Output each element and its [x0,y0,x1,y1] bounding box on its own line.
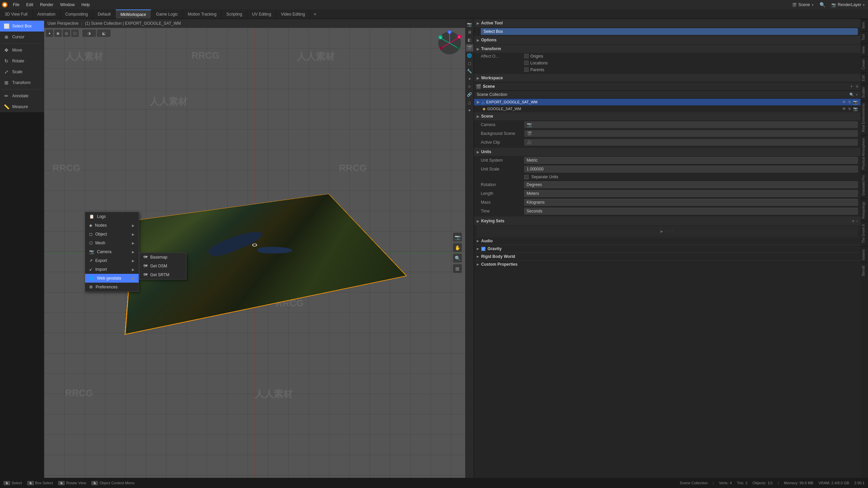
filter-icon[interactable]: ≡ [855,83,859,89]
shading-wireframe-icon[interactable]: ⬡ [71,29,79,37]
ctx-nodes[interactable]: ◈ Nodes ▶ [85,221,139,230]
submenu-get-srtm[interactable]: 🗺 Get SRTM [139,270,186,279]
data-props-icon[interactable]: △ [466,99,473,106]
tool-cursor[interactable]: ⊕ Cursor [0,32,44,42]
ctx-preferences[interactable]: ⚙ Preferences [85,283,139,291]
rotation-dropdown[interactable]: Degrees [524,181,858,188]
ws-tab-game-logic[interactable]: Game Logic [151,9,183,19]
selectable-icon[interactable]: 🖱 [848,100,851,104]
ctx-import[interactable]: ↙ Import ▶ [85,265,139,274]
menu-help[interactable]: Help [78,1,93,8]
tool-scale[interactable]: ⤢ Scale [0,66,44,77]
options-section-header[interactable]: ▶ Options [474,36,861,44]
visible-icon[interactable]: 👁 [842,100,846,104]
render-layer-selector[interactable]: 📷 RenderLayer ▾ [828,2,868,7]
gravity-section-header[interactable]: ▶ ✓ Gravity [474,245,861,252]
frt-blendit[interactable]: Blendit [861,263,868,279]
camera-value[interactable]: 📷 [524,121,858,128]
gravity-checkbox[interactable]: ✓ [481,247,486,251]
particles-props-icon[interactable]: ✦ [466,75,473,83]
search-icon[interactable]: 🔍 [817,2,828,7]
tool-select-box[interactable]: ⬜ Select Box [0,21,44,32]
active-clip-value[interactable]: 🎥 [524,139,858,146]
camera-perspective-icon[interactable]: 📷 [453,233,462,242]
overlay-icon[interactable]: ◑ [82,29,96,37]
selectable-icon-2[interactable]: 🖱 [848,107,851,111]
frt-edit[interactable]: Edit [861,72,868,84]
separate-units-checkbox[interactable] [524,175,529,179]
frt-physical-atmosphere[interactable]: Physical Atmosphere [861,135,868,172]
frt-tool[interactable]: Tool [861,31,868,43]
new-scene-icon[interactable]: + [850,83,853,89]
tool-measure[interactable]: 📏 Measure [0,101,44,112]
ws-tab-scripting[interactable]: Scripting [221,9,247,19]
ws-tab-mkworkspace[interactable]: MkWorkspace [116,9,151,19]
outliner-add-icon[interactable]: + [856,93,858,97]
frt-graswald-pro[interactable]: Graswald Pro [861,172,868,199]
ctx-mesh[interactable]: ⬡ Mesh ▶ [85,239,139,247]
ctx-camera[interactable]: 📷 Camera ▶ [85,247,139,256]
tool-rotate[interactable]: ↻ Rotate [0,56,44,66]
physics-props-icon[interactable]: ⚛ [466,83,473,90]
ws-tab-motion-tracking[interactable]: Motion Tracking [183,9,222,19]
mass-dropdown[interactable]: Kilograms [524,199,858,206]
menu-file[interactable]: File [9,1,23,8]
parents-checkbox[interactable] [524,67,529,72]
remove-keying-set-icon[interactable]: - [856,218,858,224]
ws-tab-default[interactable]: Default [93,9,116,19]
constraints-props-icon[interactable]: 🔗 [466,91,473,98]
hand-pan-icon[interactable]: ✋ [453,243,462,252]
menu-edit[interactable]: Edit [23,1,37,8]
origins-checkbox[interactable] [524,54,529,58]
tool-transform[interactable]: ⊞ Transform [0,77,44,88]
frt-botanic[interactable]: botanic [861,246,868,263]
frt-real-environments[interactable]: Real Environments [861,100,868,135]
add-keying-set-icon[interactable]: + [852,218,854,224]
time-dropdown[interactable]: Seconds [524,208,858,215]
renderable-icon[interactable]: 📷 [853,100,858,104]
frt-scatter[interactable]: Scatter [861,84,868,101]
ws-tab-compositing[interactable]: Compositing [61,9,93,19]
locations-checkbox[interactable] [524,61,529,65]
ctx-logs[interactable]: 📋 Logs [85,212,139,221]
outliner-filter-icon[interactable]: 🔍 [849,93,854,97]
ws-tab-uv-editing[interactable]: UV Editing [247,9,276,19]
menu-window[interactable]: Window [57,1,78,8]
ctx-web-geodata[interactable]: 🌐 Web geodata ▶ [85,274,139,283]
renderable-icon-2[interactable]: 📷 [853,107,858,111]
frt-create[interactable]: Create [861,56,868,72]
frt-retopology[interactable]: Retopology [861,199,868,222]
shading-render-icon[interactable]: ◎ [63,29,70,37]
unit-scale-input[interactable]: 1.000000 [524,166,858,172]
frt-view[interactable]: View [861,43,868,57]
frt-item[interactable]: Item [861,19,868,31]
custom-props-section-header[interactable]: ▶ Custom Properties [474,260,861,268]
outliner-item-google-sat[interactable]: ◈ GOOGLE_SAT_WM 👁 🖱 📷 [474,105,861,112]
add-workspace-tab[interactable]: + [310,10,320,19]
scene-props-icon[interactable]: 🎬 [466,44,473,52]
shading-solid-icon[interactable]: ● [46,29,53,37]
ws-tab-animation[interactable]: Animation [33,9,60,19]
zoom-icon[interactable]: 🔍 [453,254,462,263]
rigid-body-world-section-header[interactable]: ▶ Rigid Body World [474,252,861,260]
ctx-object[interactable]: ◻ Object ▶ [85,230,139,239]
outliner-item-export-google[interactable]: ▶ △ EXPORT_GOOGLE_SAT_WM 👁 🖱 📷 [474,99,861,105]
units-section-header[interactable]: ▶ Units [474,148,861,156]
tool-move[interactable]: ✥ Move [0,45,44,56]
workspace-section-header[interactable]: ▶ Workspace [474,74,861,82]
xray-icon[interactable]: ⬕ [97,29,111,37]
frt-grove-8[interactable]: The Grove 8 [861,221,868,246]
modifier-props-icon[interactable]: 🔧 [466,67,473,75]
bg-scene-value[interactable]: 🎬 [524,130,858,137]
submenu-basemap[interactable]: 🗺 Basemap [139,253,186,262]
submenu-get-osm[interactable]: 🗺 Get OSM [139,262,186,270]
ws-tab-3d-view[interactable]: 3D View Full [0,9,33,19]
scene-section-header[interactable]: ▶ Scene [474,112,861,120]
unit-system-dropdown[interactable]: Metric [524,157,858,164]
shading-material-icon[interactable]: ◉ [54,29,62,37]
navigation-gizmo[interactable]: X Y Z [437,30,462,56]
audio-section-header[interactable]: ▶ Audio [474,237,861,245]
material-props-icon[interactable]: ● [466,106,473,114]
visible-icon-2[interactable]: 👁 [842,107,846,111]
object-props-icon[interactable]: ◻ [466,60,473,67]
